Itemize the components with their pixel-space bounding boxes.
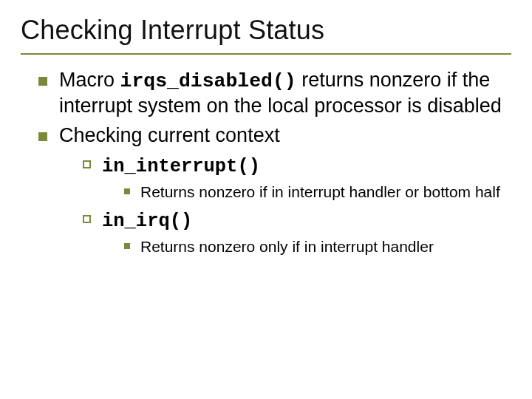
subsublist-2: Returns nonzero only if in interrupt han… [102,236,511,256]
sub-item-1: in_interrupt() Returns nonzero if in int… [81,153,511,202]
sub-2-desc: Returns nonzero only if in interrupt han… [123,236,511,256]
bullet-list: Macro irqs_disabled() returns nonzero if… [21,68,511,256]
bullet-2-text: Checking current context [59,124,280,146]
sub-2-code: in_irq() [102,211,192,232]
slide: Checking Interrupt Status Macro irqs_dis… [0,0,532,399]
sub-item-2: in_irq() Returns nonzero only if in inte… [81,208,511,256]
sublist: in_interrupt() Returns nonzero if in int… [59,153,511,257]
slide-title: Checking Interrupt Status [21,15,511,46]
sub-1-code: in_interrupt() [102,156,260,177]
title-underline [21,53,511,55]
bullet-item-1: Macro irqs_disabled() returns nonzero if… [34,68,511,119]
sub-1-desc: Returns nonzero if in interrupt handler … [123,182,511,202]
subsublist-1: Returns nonzero if in interrupt handler … [102,182,511,202]
bullet-1-code: irqs_disabled() [120,70,296,92]
bullet-item-2: Checking current context in_interrupt() … [34,123,511,257]
bullet-1-pre: Macro [59,69,120,91]
